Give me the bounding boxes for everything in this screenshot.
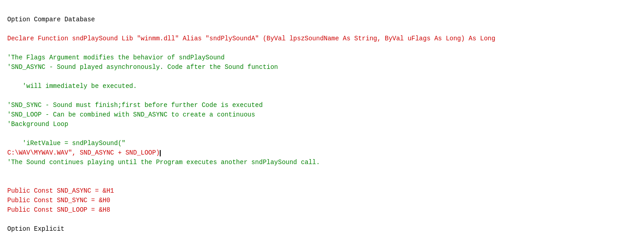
code-text: 'The Sound continues playing until the P…	[7, 159, 320, 166]
code-text: Declare Function sndPlaySound Lib "winmm…	[7, 35, 495, 42]
code-line	[7, 129, 637, 139]
code-line: 'Background Loop	[7, 120, 637, 129]
code-line: 'The Sound continues playing until the P…	[7, 158, 637, 167]
code-line	[7, 215, 637, 224]
code-line	[7, 177, 637, 186]
code-text: 'SND_LOOP - Can be combined with SND_ASY…	[7, 111, 255, 118]
code-line: Option Compare Database	[7, 15, 637, 24]
code-text: 'Background Loop	[7, 121, 68, 128]
code-line: 'iRetValue = sndPlaySound("	[7, 139, 637, 148]
code-line	[7, 167, 637, 177]
code-line: Declare Function sndPlaySound Lib "winmm…	[7, 34, 637, 44]
code-line	[7, 91, 637, 101]
code-text: Public Const SND_ASYNC = &H1	[7, 187, 114, 194]
code-text: 'SND_ASYNC - Sound played asynchronously…	[7, 63, 278, 71]
code-line	[7, 24, 637, 34]
code-text: Public Const SND_LOOP = &H8	[7, 206, 110, 214]
code-text: Option Compare Database	[7, 16, 95, 23]
code-line: 'The Flags Argument modifies the behavio…	[7, 53, 637, 63]
code-line: 'SND_ASYNC - Sound played asynchronously…	[7, 63, 637, 72]
code-text: Option Explicit	[7, 225, 64, 233]
code-line: 'SND_LOOP - Can be combined with SND_ASY…	[7, 110, 637, 120]
code-line: 'SND_SYNC - Sound must finish;first befo…	[7, 101, 637, 110]
code-line: Public Const SND_SYNC = &H0	[7, 196, 637, 205]
code-line	[7, 5, 637, 15]
code-text: 'The Flags Argument modifies the behavio…	[7, 54, 225, 61]
code-line	[7, 44, 637, 53]
code-text: 'SND_SYNC - Sound must finish;first befo…	[7, 102, 263, 109]
code-text: 'will immediately be executed.	[7, 83, 137, 90]
text-cursor	[160, 150, 161, 156]
code-line	[7, 72, 637, 82]
code-line: Public Const SND_LOOP = &H8	[7, 205, 637, 215]
code-editor[interactable]: Option Compare Database Declare Function…	[0, 0, 644, 233]
code-text: C:\WAV\MYWAV.WAV", SND_ASYNC + SND_LOOP)	[7, 149, 160, 156]
code-text: 'iRetValue = sndPlaySound("	[7, 140, 125, 147]
code-text: Public Const SND_SYNC = &H0	[7, 197, 110, 204]
code-line: Option Explicit	[7, 224, 637, 233]
code-line: C:\WAV\MYWAV.WAV", SND_ASYNC + SND_LOOP)	[7, 148, 637, 158]
code-line: Public Const SND_ASYNC = &H1	[7, 186, 637, 196]
code-line: 'will immediately be executed.	[7, 82, 637, 91]
